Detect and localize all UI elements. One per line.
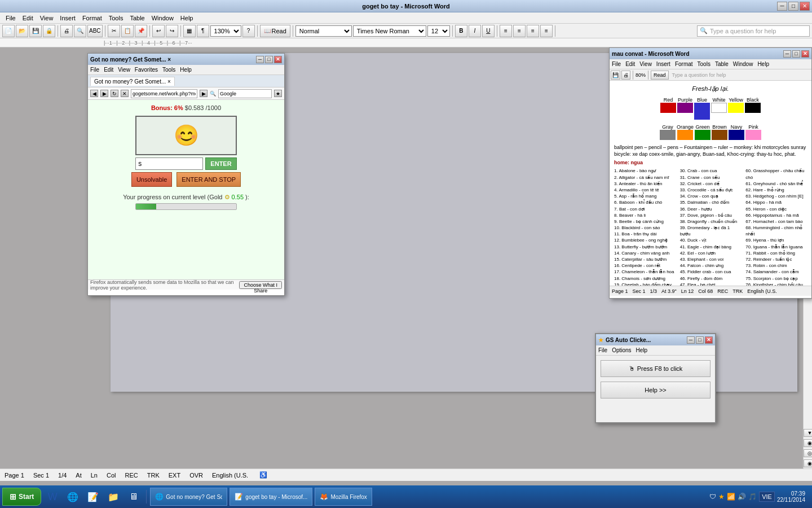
menu-edit[interactable]: Edit [19, 14, 37, 23]
minimize-button[interactable]: ─ [777, 2, 787, 11]
w2-read[interactable]: Read [651, 71, 669, 80]
underline-button[interactable]: U [482, 25, 495, 37]
menu-tools[interactable]: Tools [105, 14, 127, 23]
w2-table[interactable]: Table [715, 61, 729, 67]
taskbar-network-icon[interactable]: 🖥 [125, 488, 143, 506]
style-select[interactable]: Normal [295, 25, 352, 37]
w2-window[interactable]: Window [733, 61, 753, 67]
close-button[interactable]: ✕ [800, 2, 810, 11]
align-right-button[interactable]: ≡ [527, 25, 539, 37]
scroll-down-button[interactable]: ▼ [804, 429, 812, 437]
browser-go[interactable]: ▶ [200, 90, 208, 97]
tray-star-icon[interactable]: ★ [718, 493, 725, 501]
tray-antivirus-icon[interactable]: 🛡 [709, 493, 716, 501]
format2-button[interactable]: ¶ [197, 25, 209, 37]
taskbar-word2-icon[interactable]: 📝 [84, 488, 102, 506]
open-button[interactable]: 📂 [16, 25, 28, 37]
menu-help[interactable]: Help [177, 14, 197, 23]
w2-insert[interactable]: Insert [656, 61, 670, 67]
browser-menu-favorites[interactable]: Favorites [135, 67, 158, 73]
browser-restore[interactable]: □ [265, 56, 273, 63]
f8-click-button[interactable]: 🖱 Press F8 to click [601, 360, 710, 377]
captcha-input[interactable] [135, 157, 203, 170]
w2-file[interactable]: File [612, 61, 621, 67]
permission-button[interactable]: 🔒 [43, 25, 55, 37]
taskbar-word-window[interactable]: 📝 goget bo tay - Microsof... [230, 488, 312, 506]
copy-button[interactable]: 📋 [121, 25, 134, 37]
choose-share-button[interactable]: Choose What I Share [239, 281, 282, 289]
menu-format[interactable]: Format [79, 14, 105, 23]
browser-menu-help[interactable]: Help [180, 67, 192, 73]
browser-stop[interactable]: ✕ [121, 90, 129, 97]
redo-button[interactable]: ↪ [166, 25, 178, 37]
w2-help[interactable]: Help [757, 61, 769, 67]
w2-view[interactable]: View [639, 61, 652, 67]
browser-forward[interactable]: ▶ [100, 90, 108, 97]
menu-insert[interactable]: Insert [56, 14, 79, 23]
bold-button[interactable]: B [455, 25, 467, 37]
gs-menu-help[interactable]: Help [636, 347, 648, 353]
justify-button[interactable]: ≡ [540, 25, 553, 37]
lang-indicator[interactable]: VIE [759, 492, 775, 502]
menu-view[interactable]: View [37, 14, 57, 23]
align-center-button[interactable]: ≡ [513, 25, 526, 37]
system-clock[interactable]: 07:39 22/11/2014 [777, 491, 805, 503]
unsolvable-button[interactable]: Unsolvable [131, 172, 172, 187]
print-button[interactable]: 🖨 [60, 25, 73, 37]
cut-button[interactable]: ✂ [108, 25, 120, 37]
undo-button[interactable]: ↩ [152, 25, 165, 37]
browser-minimize[interactable]: ─ [256, 56, 264, 63]
browser-menu-file[interactable]: File [90, 67, 99, 73]
word2-minimize[interactable]: ─ [783, 50, 791, 58]
align-left-button[interactable]: ≡ [500, 25, 512, 37]
menu-file[interactable]: File [2, 14, 19, 23]
new-button[interactable]: 📄 [2, 25, 15, 37]
browser-menu-view[interactable]: View [118, 67, 130, 73]
spell-button[interactable]: ABC [87, 25, 103, 37]
font-select[interactable]: Times New Roman [353, 25, 426, 37]
browser-close[interactable]: ✕ [274, 56, 282, 63]
gs-help-button[interactable]: Help >> [601, 382, 710, 398]
help2-button[interactable]: ? [242, 25, 255, 37]
paste-button[interactable]: 📌 [135, 25, 147, 37]
taskbar-ie-icon[interactable]: 🌐 [64, 488, 82, 506]
browser-star[interactable]: ★ [274, 90, 282, 97]
word2-restore[interactable]: □ [792, 50, 800, 58]
menu-table[interactable]: Table [126, 14, 148, 23]
zoom-select[interactable]: 130% [210, 25, 241, 37]
gs-close[interactable]: ✕ [705, 336, 713, 344]
restore-button[interactable]: □ [788, 2, 798, 11]
help-box[interactable]: 🔍 Type a question for help [697, 25, 810, 37]
taskbar-word-icon[interactable]: W [43, 488, 61, 506]
italic-button[interactable]: I [469, 25, 481, 37]
tray-volume-icon[interactable]: 🔊 [738, 493, 746, 501]
browser-search-input[interactable] [218, 89, 272, 98]
gs-menu-file[interactable]: File [598, 347, 607, 353]
start-button[interactable]: ⊞ Start [2, 488, 41, 506]
browser-address-input[interactable] [131, 89, 197, 98]
gs-menu-options[interactable]: Options [612, 347, 631, 353]
browser-menu-edit[interactable]: Edit [104, 67, 113, 73]
gs-restore[interactable]: □ [696, 336, 704, 344]
scroll-next-button[interactable]: ◉ [804, 459, 812, 467]
w2-format[interactable]: Format [675, 61, 693, 67]
w2-edit[interactable]: Edit [625, 61, 635, 67]
columns-button[interactable]: ▦ [183, 25, 196, 37]
size-select[interactable]: 12 [427, 25, 450, 37]
w2-print[interactable]: 🖨 [621, 71, 630, 80]
preview-button[interactable]: 🔍 [74, 25, 86, 37]
tray-network-icon[interactable]: 📶 [727, 493, 735, 501]
w2-save[interactable]: 💾 [611, 71, 620, 80]
enter-button[interactable]: ENTER [205, 157, 236, 170]
w2-tools[interactable]: Tools [698, 61, 710, 67]
scroll-select-button[interactable]: ◎ [804, 449, 812, 457]
taskbar-explorer-icon[interactable]: 📁 [104, 488, 122, 506]
taskbar-firefox-window[interactable]: 🦊 Mozilla Firefox [315, 488, 372, 506]
tray-speaker-icon[interactable]: 🎵 [748, 493, 757, 501]
read-button[interactable]: 📖 Read [260, 25, 290, 37]
scroll-prev-button[interactable]: ◉ [804, 439, 812, 447]
menu-window[interactable]: Window [148, 14, 177, 23]
enter-stop-button[interactable]: ENTER AND STOP [176, 172, 241, 187]
browser-back[interactable]: ◀ [90, 90, 98, 97]
browser-refresh[interactable]: ↻ [111, 90, 118, 97]
